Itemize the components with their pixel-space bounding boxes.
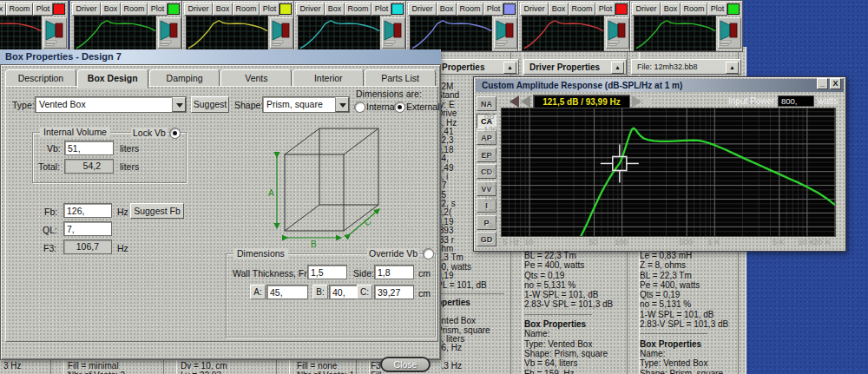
override-vb-radio[interactable]: [423, 248, 434, 259]
properties-header-label: Properties: [442, 62, 484, 72]
x-tick-label: 10 K: [798, 237, 815, 246]
tab-box-design[interactable]: Box Design: [77, 69, 148, 89]
plot-color-swatch[interactable]: [391, 3, 404, 15]
property-line: 1-W SPL = 101, dB: [524, 290, 627, 299]
mini-driver-button[interactable]: Driver: [408, 3, 437, 16]
mini-box-button[interactable]: Box: [661, 3, 681, 16]
response-button-gd[interactable]: GD: [477, 232, 496, 246]
mini-room-button[interactable]: Room: [457, 3, 483, 16]
internal-radio[interactable]: [354, 102, 365, 113]
dimension-c-input[interactable]: [374, 285, 414, 299]
mini-room-button[interactable]: Room: [233, 3, 260, 16]
wall-front-input[interactable]: [307, 265, 347, 279]
close-window-button[interactable]: X: [830, 78, 841, 89]
chevron-down-icon[interactable]: [335, 97, 349, 112]
file-panel-header: File: 12mh32.bb8 ▲: [631, 59, 741, 75]
tab-parts-list[interactable]: Parts List: [365, 69, 436, 86]
mini-room-button[interactable]: Room: [345, 3, 372, 16]
wall-side-input[interactable]: [374, 265, 414, 279]
fb-input[interactable]: [63, 203, 112, 218]
external-radio[interactable]: [394, 102, 405, 113]
tab-vents[interactable]: Vents: [220, 69, 292, 86]
tab-description[interactable]: Description: [5, 69, 76, 86]
mini-driver-button[interactable]: Driver: [632, 3, 661, 16]
scroll-up-button[interactable]: ▲: [726, 62, 739, 74]
property-line: BL = 22,3 Tm: [640, 271, 738, 280]
mini-room-button[interactable]: Room: [121, 3, 148, 16]
property-line: 06, Hz: [437, 343, 511, 351]
amp-window-titlebar[interactable]: Custom Amplitude Response (dB-SPL/Hz at …: [476, 79, 844, 92]
amplitude-response-plot[interactable]: [501, 108, 836, 237]
plot-color-swatch[interactable]: [53, 3, 65, 15]
cursor-right-icon[interactable]: [632, 95, 641, 108]
speaker-icon[interactable]: [494, 17, 517, 49]
input-power-field[interactable]: [778, 95, 814, 107]
cursor-step-left-icon[interactable]: [510, 95, 519, 108]
mini-design-window: DriverBoxRoomPlot: [293, 0, 407, 52]
mini-box-button[interactable]: Box: [437, 3, 457, 16]
speaker-icon[interactable]: [718, 17, 741, 49]
mini-driver-button[interactable]: Driver: [296, 3, 325, 16]
mini-box-button[interactable]: Box: [101, 3, 121, 16]
plot-color-swatch[interactable]: [279, 3, 292, 15]
mini-box-button[interactable]: Box: [325, 3, 345, 16]
property-line: Box Properties: [524, 319, 627, 329]
mini-driver-button[interactable]: Driver: [184, 3, 213, 16]
speaker-icon[interactable]: [43, 17, 67, 49]
speaker-icon[interactable]: [270, 17, 293, 49]
box-properties-dialog: Box Properties - Design 7 DescriptionBox…: [0, 49, 441, 360]
close-button[interactable]: Close: [380, 357, 431, 372]
mini-plot-button[interactable]: Plot: [595, 3, 615, 16]
f3-unit-label: Hz: [117, 243, 128, 253]
cursor-left-icon[interactable]: [521, 95, 530, 108]
tab-damping[interactable]: Damping: [149, 69, 220, 86]
suggest-button[interactable]: Suggest: [191, 96, 229, 113]
mini-design-window: DriverBoxRoomPlot: [69, 0, 183, 52]
f3-label: F3:: [43, 243, 56, 253]
plot-color-swatch[interactable]: [615, 3, 628, 15]
property-line: operties: [437, 298, 511, 306]
vb-label: Vb:: [47, 143, 61, 154]
minimize-button[interactable]: _: [817, 78, 828, 89]
plot-color-swatch[interactable]: [503, 3, 516, 15]
lock-vb-radio[interactable]: [169, 128, 181, 139]
mini-box-button[interactable]: Box: [0, 3, 6, 16]
mini-box-button[interactable]: Box: [213, 3, 233, 16]
mini-plot-button[interactable]: Plot: [707, 3, 727, 16]
property-line: ented Box: [437, 316, 511, 325]
dialog-titlebar[interactable]: Box Properties - Design 7: [0, 49, 441, 64]
mini-plot-button[interactable]: Plot: [148, 3, 168, 16]
plot-color-swatch[interactable]: [168, 3, 180, 15]
cursor-step-right-icon[interactable]: [644, 95, 654, 108]
box-shape-dropdown[interactable]: Prism, square: [262, 96, 350, 113]
tab-interior[interactable]: Interior: [293, 69, 364, 86]
mini-plot-button[interactable]: Plot: [483, 3, 503, 16]
mini-response-graph: [522, 16, 604, 51]
mini-plot-button[interactable]: Plot: [33, 3, 53, 16]
mini-room-button[interactable]: Room: [6, 3, 33, 16]
scroll-up-button[interactable]: ▲: [611, 62, 624, 74]
box-type-dropdown[interactable]: Vented Box: [35, 96, 187, 113]
fb-label: Fb:: [44, 207, 57, 217]
plot-color-swatch[interactable]: [727, 3, 740, 15]
response-button-na[interactable]: NA: [477, 96, 496, 111]
speaker-icon[interactable]: [382, 17, 405, 49]
mini-driver-button[interactable]: Driver: [72, 3, 101, 16]
speaker-icon[interactable]: [606, 17, 629, 49]
mini-plot-button[interactable]: Plot: [372, 3, 391, 16]
scroll-up-button[interactable]: ▲: [503, 62, 516, 74]
mini-plot-button[interactable]: Plot: [260, 3, 279, 16]
vb-input[interactable]: [64, 141, 114, 155]
ql-input[interactable]: [63, 221, 112, 236]
mini-driver-button[interactable]: Driver: [520, 3, 549, 16]
mini-box-button[interactable]: Box: [549, 3, 569, 16]
mini-room-button[interactable]: Room: [569, 3, 595, 16]
dimension-a-input[interactable]: [266, 285, 308, 299]
desktop: DriverBoxRoomPlotDriverBoxRoomPlotDriver…: [0, 0, 868, 374]
suggest-fb-button[interactable]: Suggest Fb: [130, 203, 184, 219]
speaker-icon[interactable]: [158, 17, 181, 49]
cm-unit-label: cm: [418, 268, 431, 279]
chevron-down-icon[interactable]: [172, 97, 186, 112]
mini-room-button[interactable]: Room: [681, 3, 707, 16]
side-label: Side:: [353, 268, 374, 279]
